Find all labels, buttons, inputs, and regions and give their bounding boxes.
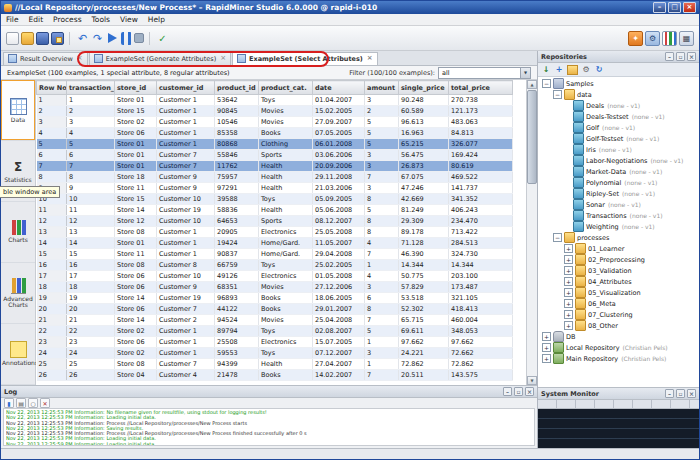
cell[interactable]: 50.775: [399, 271, 449, 282]
cell[interactable]: Store 01: [115, 238, 157, 249]
cell[interactable]: 65.215: [399, 139, 449, 150]
detach-panel-icon[interactable]: ▫: [676, 389, 685, 398]
cell[interactable]: 90845: [215, 106, 259, 117]
table-row[interactable]: 2323Store 06Customer 125508Electronics15…: [37, 337, 513, 348]
table-row[interactable]: 66Store 01Customer 755846Sports03.06.200…: [37, 150, 513, 161]
cell[interactable]: Toys: [259, 326, 313, 337]
cell[interactable]: 23: [67, 337, 115, 348]
cell[interactable]: Store 02: [115, 326, 157, 337]
column-header[interactable]: amount: [365, 81, 399, 95]
cell[interactable]: 65.715: [399, 315, 449, 326]
cell[interactable]: Movies: [259, 106, 313, 117]
cell[interactable]: 5: [37, 139, 67, 150]
cell[interactable]: Movies: [259, 315, 313, 326]
cell[interactable]: 14.02.2007: [313, 370, 365, 381]
cell[interactable]: 21: [67, 315, 115, 326]
cell[interactable]: Store 02: [115, 117, 157, 128]
cell[interactable]: 55846: [215, 150, 259, 161]
column-header[interactable]: product_cat.: [259, 81, 313, 95]
expander-icon[interactable]: +: [542, 343, 551, 352]
cell[interactable]: 80.619: [449, 161, 513, 172]
cell[interactable]: 21: [37, 315, 67, 326]
repo-tree-item[interactable]: +01_Learner: [538, 243, 699, 254]
repo-tree-item[interactable]: +08_Other: [538, 320, 699, 331]
cell[interactable]: 5: [67, 139, 115, 150]
cell[interactable]: Customer 1: [157, 95, 215, 106]
cell[interactable]: 26: [37, 370, 67, 381]
cell[interactable]: 169.424: [449, 150, 513, 161]
cell[interactable]: 18.06.2005: [313, 293, 365, 304]
cell[interactable]: 06.01.2008: [313, 139, 365, 150]
cell[interactable]: Health: [259, 205, 313, 216]
cell[interactable]: 84.813: [449, 128, 513, 139]
cell[interactable]: 12: [67, 216, 115, 227]
table-row[interactable]: 77Store 01Customer 711762Health20.09.200…: [37, 161, 513, 172]
perspectives-icon[interactable]: ▦: [679, 31, 694, 46]
scrollbar-thumb[interactable]: [527, 90, 537, 184]
cell[interactable]: 46.390: [399, 249, 449, 260]
scroll-up-icon[interactable]: ▲: [527, 80, 537, 89]
table-row[interactable]: 2020Store 06Customer 744122Books29.01.20…: [37, 304, 513, 315]
expander-icon[interactable]: +: [542, 332, 551, 341]
cell[interactable]: Books: [259, 304, 313, 315]
repo-tree-item[interactable]: +DB: [538, 331, 699, 342]
cell[interactable]: 3: [365, 282, 399, 293]
cell[interactable]: Toys: [259, 260, 313, 271]
new-folder-icon[interactable]: [567, 65, 578, 75]
expander-icon[interactable]: +: [564, 321, 573, 330]
view-data[interactable]: Data: [1, 80, 35, 141]
cell[interactable]: 5: [365, 128, 399, 139]
cell[interactable]: 19: [37, 293, 67, 304]
cell[interactable]: 3: [67, 117, 115, 128]
cell[interactable]: 348.053: [449, 326, 513, 337]
table-row[interactable]: 2525Store 08Customer 794399Health27.04.2…: [37, 359, 513, 370]
table-scrollbar[interactable]: ▲ ▼: [526, 80, 537, 385]
cell[interactable]: Store 06: [115, 282, 157, 293]
cell[interactable]: Sports: [259, 150, 313, 161]
cell[interactable]: 60.589: [399, 106, 449, 117]
cell[interactable]: 8: [365, 227, 399, 238]
cell[interactable]: Customer 1: [157, 139, 215, 150]
close-panel-icon[interactable]: ×: [687, 52, 696, 61]
cell[interactable]: Customer 1: [157, 337, 215, 348]
expander-icon[interactable]: +: [564, 277, 573, 286]
cell[interactable]: 26.873: [399, 161, 449, 172]
repo-tree-item[interactable]: +05_Visualization: [538, 287, 699, 298]
cell[interactable]: 89.178: [399, 227, 449, 238]
clear-log-icon[interactable]: ✕: [40, 398, 50, 408]
cell[interactable]: 59553: [215, 348, 259, 359]
cell[interactable]: 97291: [215, 183, 259, 194]
cell[interactable]: Customer 10: [157, 216, 215, 227]
table-row[interactable]: 1313Store 08Customer 120905Electronics25…: [37, 227, 513, 238]
cell[interactable]: 96.613: [399, 117, 449, 128]
cell[interactable]: 8: [365, 216, 399, 227]
cell[interactable]: Store 02: [115, 348, 157, 359]
repo-tree-item[interactable]: +Main Repository(Christian Pels): [538, 353, 699, 364]
repo-tree-item[interactable]: −processes: [538, 232, 699, 243]
cell[interactable]: 25.05.2008: [313, 227, 365, 238]
cell[interactable]: 90837: [215, 249, 259, 260]
cell[interactable]: Customer 7: [157, 150, 215, 161]
column-header[interactable]: transaction_id: [67, 81, 115, 95]
cell[interactable]: 460.004: [449, 315, 513, 326]
cell[interactable]: Customer 1: [157, 249, 215, 260]
cell[interactable]: 9: [67, 183, 115, 194]
cell[interactable]: 7: [67, 161, 115, 172]
save-process-icon[interactable]: [36, 32, 49, 45]
expander-icon[interactable]: −: [553, 233, 562, 242]
cell[interactable]: 27.04.2007: [313, 359, 365, 370]
cell[interactable]: 85358: [215, 128, 259, 139]
repo-tree-item[interactable]: +06_Meta: [538, 298, 699, 309]
cell[interactable]: 24.221: [399, 348, 449, 359]
scroll-down-icon[interactable]: ▼: [527, 376, 537, 385]
cell[interactable]: 7: [37, 161, 67, 172]
validate-process-icon[interactable]: ✓: [156, 32, 169, 45]
repo-tree-item[interactable]: Transactions(none - v1): [538, 210, 699, 221]
cell[interactable]: Customer 7: [157, 304, 215, 315]
cell[interactable]: 6: [67, 150, 115, 161]
cell[interactable]: 19: [67, 293, 115, 304]
cell[interactable]: 15.02.2005: [313, 106, 365, 117]
expander-icon[interactable]: −: [553, 90, 562, 99]
cell[interactable]: 143.575: [449, 370, 513, 381]
cell[interactable]: 10546: [215, 117, 259, 128]
